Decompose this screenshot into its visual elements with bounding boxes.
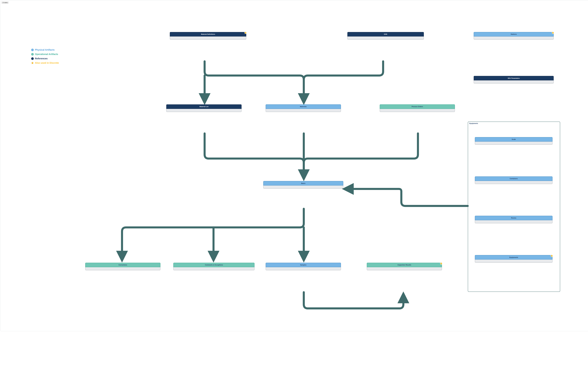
node-label: Scale [512,138,516,140]
node-label: Process Orders [412,106,423,108]
star-icon [31,62,34,64]
node-label: GHS [384,33,387,35]
legend-label: Also used in Discrete [35,62,59,64]
node-label: Corrections [118,264,127,266]
node-label: Material Definitions [201,33,215,35]
node-label: SKU Parameters [508,77,520,79]
legend-swatch-operational [31,53,34,55]
node-material-definitions[interactable]: Material Definitions [170,32,246,40]
node-inspection-results[interactable]: Inspection Results [367,263,442,270]
node-process-orders[interactable]: Process Orders [380,104,455,112]
node-equipments[interactable]: Equipments [475,255,553,262]
node-label: Materials [300,106,307,108]
legend-references: References [31,57,59,60]
node-sku-parameters[interactable]: SKU Parameters [474,76,554,83]
legend-physical: Physical Artifacts [31,48,59,51]
node-label: Material List [200,106,208,108]
node-label: Inspection Results [398,264,411,266]
node-batch[interactable]: Batch [263,181,343,189]
node-label: Comments & Exceptions [205,264,223,266]
node-materials[interactable]: Materials [266,104,341,112]
diagram-canvas: LS tables [0,0,588,331]
legend-label: References [35,57,48,60]
star-icon [440,262,443,265]
node-ghs[interactable]: GHS [347,32,424,40]
star-icon [244,31,247,34]
group-equipments: Equipments [468,121,560,292]
node-stations[interactable]: Stations [474,32,554,40]
legend-discrete: Also used in Discrete [31,62,59,64]
node-containers[interactable]: Containers [475,176,553,184]
star-icon [550,254,553,257]
star-icon [551,31,555,34]
node-label: Samples [300,264,306,266]
legend: Physical Artifacts Operational Artifacts… [31,48,59,64]
node-label: Rooms [511,217,516,219]
node-samples[interactable]: Samples [266,263,341,270]
node-label: Batch [301,182,305,184]
node-scale[interactable]: Scale [475,137,553,145]
legend-label: Operational Artifacts [35,53,58,55]
diagram-frame: LS tables [0,0,588,331]
legend-swatch-references [31,57,34,60]
node-material-list[interactable]: Material List [166,104,242,112]
node-label: Equipments [509,256,518,258]
legend-operational: Operational Artifacts [31,53,59,55]
node-label: Containers [510,178,518,179]
node-corrections[interactable]: Corrections [85,263,160,270]
node-label: Stations [511,33,517,35]
legend-label: Physical Artifacts [35,48,54,51]
node-rooms[interactable]: Rooms [475,216,553,223]
badge-ls-tables: LS tables [1,1,9,4]
legend-swatch-physical [31,49,34,51]
node-comments-exceptions[interactable]: Comments & Exceptions [173,263,254,270]
group-title: Equipments [469,122,478,124]
